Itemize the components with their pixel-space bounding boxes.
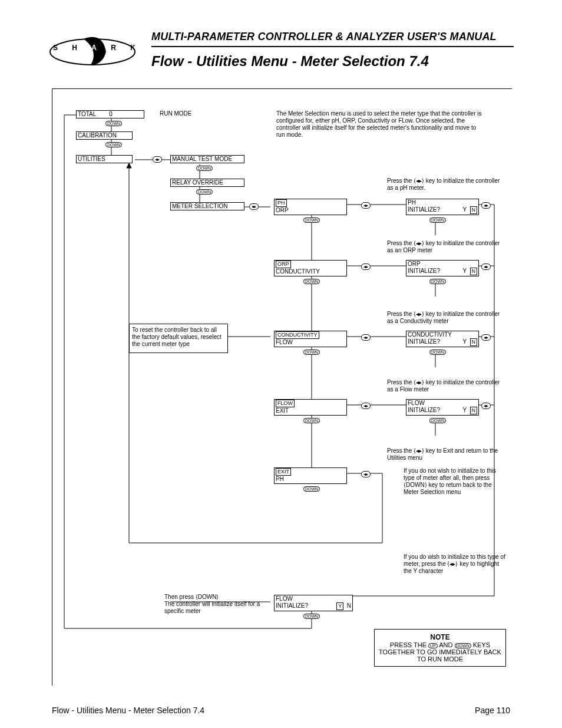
reset-note: To reset the controller back to all the … [129,324,228,353]
down-icon: DOWN [196,189,213,195]
enter-icon: ◂▸ [249,203,259,210]
noinit-hint: If you do not wish to initialize to this… [404,467,507,496]
page-header: S H A R K MULTI-PARAMETER CONTROLLER & A… [48,31,514,72]
utilities-box: UTILITIES [76,155,133,163]
then-press-text: Then press ⟨DOWN⟩ The controller will in… [164,594,270,615]
manual-title: MULTI-PARAMETER CONTROLLER & ANALYZER US… [151,31,497,43]
svg-marker-22 [127,163,131,168]
page: S H A R K MULTI-PARAMETER CONTROLLER & A… [0,0,562,728]
confirm-ph: PH INITIALIZE? Y N [406,199,479,215]
down-icon: DOWN [303,279,320,284]
manual-test-box: MANUAL TEST MODE [170,155,244,163]
logo-a: A [91,44,97,52]
page-title: Flow - Utilities Menu - Meter Selection … [151,53,429,70]
diagram-frame: TOTAL 0 RUN MODE DOWN CALIBRATION DOWN U… [52,88,512,686]
confirm-cond: CONDUCTIVITY INITIALIZE? Y N [406,331,479,347]
down-icon: DOWN [303,614,320,619]
down-icon: DOWN [429,218,446,223]
relay-override-box: RELAY OVERRIDE [170,179,244,187]
enter-icon: ◂▸ [481,334,491,341]
enter-icon: ◂▸ [361,403,371,409]
menu-flow: FLOW EXIT [274,399,347,416]
logo-letters: S H A R K [53,44,135,52]
flow-hint: Press the ⟨◂▸⟩ key to initialize the con… [387,379,505,393]
down-icon: DOWN [303,350,320,355]
down-icon: DOWN [429,279,446,284]
doinit-hint: If you do wish to initialize to this typ… [404,554,507,575]
note-title: NOTE [378,633,502,641]
footer-right: Page 110 [475,706,510,715]
menu-exit: EXIT PH [274,467,347,484]
menu-cond: CONDUCTIVITY FLOW [274,331,347,347]
enter-icon: ◂▸ [481,202,491,209]
shark-logo [48,34,137,70]
enter-icon: ◂▸ [361,471,371,477]
enter-icon: ◂▸ [361,202,371,209]
enter-icon: ◂▸ [361,263,371,270]
ph-hint: Press the ⟨◂▸⟩ key to initialize the con… [387,177,505,192]
logo-s: S [53,44,58,52]
meter-selection-box: METER SELECTION [170,202,244,210]
orp-hint: Press the ⟨◂▸⟩ key to initialize the con… [387,240,505,254]
total-box: TOTAL 0 [76,110,144,118]
confirm-orp: ORP INITIALIZE? Y N [406,260,479,276]
down-icon: DOWN [303,418,320,423]
up-icon: UP [428,643,438,648]
logo-h: H [72,44,77,52]
down-icon: DOWN [303,218,320,223]
enter-icon: ◂▸ [153,156,162,163]
down-icon: DOWN [455,643,471,648]
down-icon: DOWN [429,350,446,355]
logo-r: R [111,44,116,52]
down-icon: DOWN [196,166,213,171]
page-footer: Flow - Utilities Menu - Meter Selection … [52,706,510,715]
down-icon: DOWN [105,142,122,147]
menu-ph: PH ORP [274,199,347,215]
enter-icon: ◂▸ [361,334,371,341]
cond-hint: Press the ⟨◂▸⟩ key to initialize the con… [387,311,505,325]
enter-icon: ◂▸ [481,403,491,409]
confirm-final: FLOW INITIALIZE? Y N [274,595,353,611]
enter-icon: ◂▸ [481,263,491,270]
confirm-flow: FLOW INITIALIZE? Y N [406,399,479,416]
logo-k: K [130,44,135,52]
note-body: PRESS THE UP AND DOWN KEYS TOGETHER TO G… [378,641,502,663]
header-rule [151,46,514,47]
intro-text: The Meter Selection menu is used to sele… [276,110,482,139]
run-mode-label: RUN MODE [160,110,191,117]
footer-left: Flow - Utilities Menu - Meter Selection … [52,706,204,715]
exit-hint: Press the ⟨◂▸⟩ key to Exit and return to… [387,447,505,462]
note-box: NOTE PRESS THE UP AND DOWN KEYS TOGETHER… [374,629,506,667]
down-icon: DOWN [303,486,320,492]
down-icon: DOWN [429,418,446,423]
calibration-box: CALIBRATION [76,131,133,140]
down-icon: DOWN [105,121,122,126]
menu-orp: ORP CONDUCTIVITY [274,260,347,276]
